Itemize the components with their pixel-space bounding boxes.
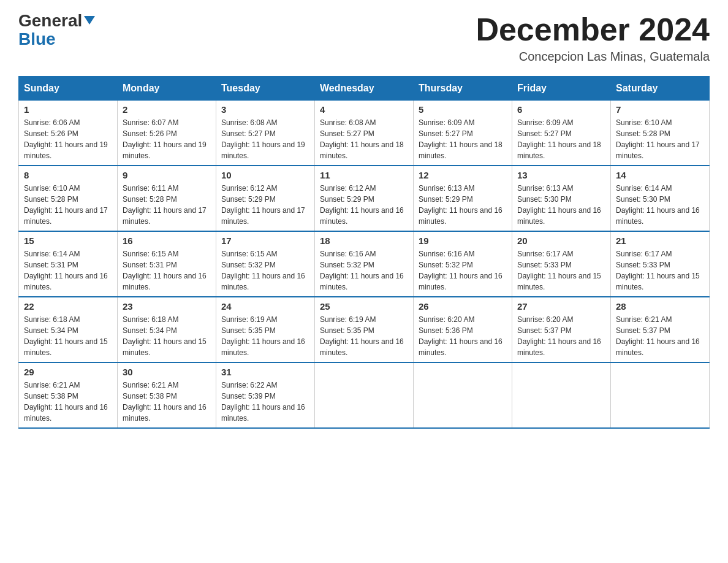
day-number: 16: [123, 236, 211, 246]
day-info: Sunrise: 6:22 AM Sunset: 5:39 PM Dayligh…: [221, 380, 309, 424]
table-row: 24 Sunrise: 6:19 AM Sunset: 5:35 PM Dayl…: [216, 297, 315, 362]
page-header: General Blue December 2024 Concepcion La…: [18, 12, 710, 64]
day-number: 8: [24, 170, 112, 180]
table-row: 2 Sunrise: 6:07 AM Sunset: 5:26 PM Dayli…: [118, 101, 216, 166]
calendar-table: Sunday Monday Tuesday Wednesday Thursday…: [18, 76, 710, 429]
day-number: 28: [616, 301, 704, 312]
day-info: Sunrise: 6:17 AM Sunset: 5:33 PM Dayligh…: [616, 248, 704, 293]
day-info: Sunrise: 6:19 AM Sunset: 5:35 PM Dayligh…: [221, 314, 309, 358]
table-row: 20 Sunrise: 6:17 AM Sunset: 5:33 PM Dayl…: [512, 231, 611, 297]
table-row: 21 Sunrise: 6:17 AM Sunset: 5:33 PM Dayl…: [611, 231, 710, 297]
day-number: 17: [221, 236, 309, 246]
day-info: Sunrise: 6:14 AM Sunset: 5:30 PM Dayligh…: [616, 183, 704, 227]
table-row: 7 Sunrise: 6:10 AM Sunset: 5:28 PM Dayli…: [611, 101, 710, 166]
table-row: 26 Sunrise: 6:20 AM Sunset: 5:36 PM Dayl…: [414, 297, 512, 362]
day-number: 13: [517, 170, 605, 180]
day-number: 11: [320, 170, 408, 180]
day-number: 21: [616, 236, 704, 246]
table-row: 6 Sunrise: 6:09 AM Sunset: 5:27 PM Dayli…: [512, 101, 611, 166]
day-info: Sunrise: 6:10 AM Sunset: 5:28 PM Dayligh…: [24, 183, 112, 227]
day-info: Sunrise: 6:17 AM Sunset: 5:33 PM Dayligh…: [517, 248, 605, 293]
col-saturday: Saturday: [611, 77, 710, 101]
day-info: Sunrise: 6:09 AM Sunset: 5:27 PM Dayligh…: [419, 117, 507, 161]
table-row: 27 Sunrise: 6:20 AM Sunset: 5:37 PM Dayl…: [512, 297, 611, 362]
day-info: Sunrise: 6:13 AM Sunset: 5:29 PM Dayligh…: [419, 183, 507, 227]
col-monday: Monday: [118, 77, 216, 101]
title-section: December 2024 Concepcion Las Minas, Guat…: [476, 12, 710, 64]
day-info: Sunrise: 6:21 AM Sunset: 5:38 PM Dayligh…: [123, 380, 211, 424]
day-number: 18: [320, 236, 408, 246]
table-row: 18 Sunrise: 6:16 AM Sunset: 5:32 PM Dayl…: [315, 231, 414, 297]
day-info: Sunrise: 6:20 AM Sunset: 5:37 PM Dayligh…: [517, 314, 605, 358]
day-info: Sunrise: 6:11 AM Sunset: 5:28 PM Dayligh…: [123, 183, 211, 227]
day-info: Sunrise: 6:07 AM Sunset: 5:26 PM Dayligh…: [123, 117, 211, 161]
col-sunday: Sunday: [19, 77, 118, 101]
day-number: 14: [616, 170, 704, 180]
table-row: 13 Sunrise: 6:13 AM Sunset: 5:30 PM Dayl…: [512, 166, 611, 231]
day-number: 31: [221, 367, 309, 377]
day-number: 15: [24, 236, 112, 246]
table-row: 10 Sunrise: 6:12 AM Sunset: 5:29 PM Dayl…: [216, 166, 315, 231]
calendar-week-row: 8 Sunrise: 6:10 AM Sunset: 5:28 PM Dayli…: [19, 166, 710, 231]
day-number: 20: [517, 236, 605, 246]
day-info: Sunrise: 6:10 AM Sunset: 5:28 PM Dayligh…: [616, 117, 704, 161]
calendar-week-row: 15 Sunrise: 6:14 AM Sunset: 5:31 PM Dayl…: [19, 231, 710, 297]
day-number: 10: [221, 170, 309, 180]
table-row: 19 Sunrise: 6:16 AM Sunset: 5:32 PM Dayl…: [414, 231, 512, 297]
day-info: Sunrise: 6:13 AM Sunset: 5:30 PM Dayligh…: [517, 183, 605, 227]
day-info: Sunrise: 6:12 AM Sunset: 5:29 PM Dayligh…: [221, 183, 309, 227]
day-info: Sunrise: 6:15 AM Sunset: 5:32 PM Dayligh…: [221, 248, 309, 293]
day-number: 19: [419, 236, 507, 246]
day-info: Sunrise: 6:21 AM Sunset: 5:37 PM Dayligh…: [616, 314, 704, 358]
col-thursday: Thursday: [414, 77, 512, 101]
table-row: 22 Sunrise: 6:18 AM Sunset: 5:34 PM Dayl…: [19, 297, 118, 362]
day-number: 26: [419, 301, 507, 312]
day-number: 22: [24, 301, 112, 312]
col-friday: Friday: [512, 77, 611, 101]
subtitle: Concepcion Las Minas, Guatemala: [476, 50, 710, 64]
day-info: Sunrise: 6:16 AM Sunset: 5:32 PM Dayligh…: [320, 248, 408, 293]
day-number: 2: [123, 104, 211, 115]
logo-blue-text: Blue: [18, 29, 56, 49]
day-number: 6: [517, 104, 605, 115]
table-row: 31 Sunrise: 6:22 AM Sunset: 5:39 PM Dayl…: [216, 362, 315, 428]
calendar-week-row: 22 Sunrise: 6:18 AM Sunset: 5:34 PM Dayl…: [19, 297, 710, 362]
day-info: Sunrise: 6:20 AM Sunset: 5:36 PM Dayligh…: [419, 314, 507, 358]
day-info: Sunrise: 6:19 AM Sunset: 5:35 PM Dayligh…: [320, 314, 408, 358]
day-info: Sunrise: 6:08 AM Sunset: 5:27 PM Dayligh…: [221, 117, 309, 161]
table-row: 1 Sunrise: 6:06 AM Sunset: 5:26 PM Dayli…: [19, 101, 118, 166]
table-row: 29 Sunrise: 6:21 AM Sunset: 5:38 PM Dayl…: [19, 362, 118, 428]
table-row: [611, 362, 710, 428]
calendar-week-row: 1 Sunrise: 6:06 AM Sunset: 5:26 PM Dayli…: [19, 101, 710, 166]
day-info: Sunrise: 6:06 AM Sunset: 5:26 PM Dayligh…: [24, 117, 112, 161]
day-info: Sunrise: 6:14 AM Sunset: 5:31 PM Dayligh…: [24, 248, 112, 293]
day-number: 24: [221, 301, 309, 312]
day-info: Sunrise: 6:16 AM Sunset: 5:32 PM Dayligh…: [419, 248, 507, 293]
col-tuesday: Tuesday: [216, 77, 315, 101]
day-number: 7: [616, 104, 704, 115]
day-number: 29: [24, 367, 112, 377]
calendar-header-row: Sunday Monday Tuesday Wednesday Thursday…: [19, 77, 710, 101]
month-title: December 2024: [476, 12, 710, 47]
col-wednesday: Wednesday: [315, 77, 414, 101]
day-number: 3: [221, 104, 309, 115]
day-number: 27: [517, 301, 605, 312]
logo-text: General: [18, 12, 95, 29]
day-number: 12: [419, 170, 507, 180]
table-row: 23 Sunrise: 6:18 AM Sunset: 5:34 PM Dayl…: [118, 297, 216, 362]
day-info: Sunrise: 6:18 AM Sunset: 5:34 PM Dayligh…: [123, 314, 211, 358]
day-number: 1: [24, 104, 112, 115]
calendar-week-row: 29 Sunrise: 6:21 AM Sunset: 5:38 PM Dayl…: [19, 362, 710, 428]
table-row: [512, 362, 611, 428]
day-number: 5: [419, 104, 507, 115]
table-row: 25 Sunrise: 6:19 AM Sunset: 5:35 PM Dayl…: [315, 297, 414, 362]
day-info: Sunrise: 6:18 AM Sunset: 5:34 PM Dayligh…: [24, 314, 112, 358]
day-number: 9: [123, 170, 211, 180]
day-number: 4: [320, 104, 408, 115]
day-info: Sunrise: 6:09 AM Sunset: 5:27 PM Dayligh…: [517, 117, 605, 161]
table-row: 11 Sunrise: 6:12 AM Sunset: 5:29 PM Dayl…: [315, 166, 414, 231]
table-row: 14 Sunrise: 6:14 AM Sunset: 5:30 PM Dayl…: [611, 166, 710, 231]
table-row: [414, 362, 512, 428]
table-row: 16 Sunrise: 6:15 AM Sunset: 5:31 PM Dayl…: [118, 231, 216, 297]
day-info: Sunrise: 6:21 AM Sunset: 5:38 PM Dayligh…: [24, 380, 112, 424]
